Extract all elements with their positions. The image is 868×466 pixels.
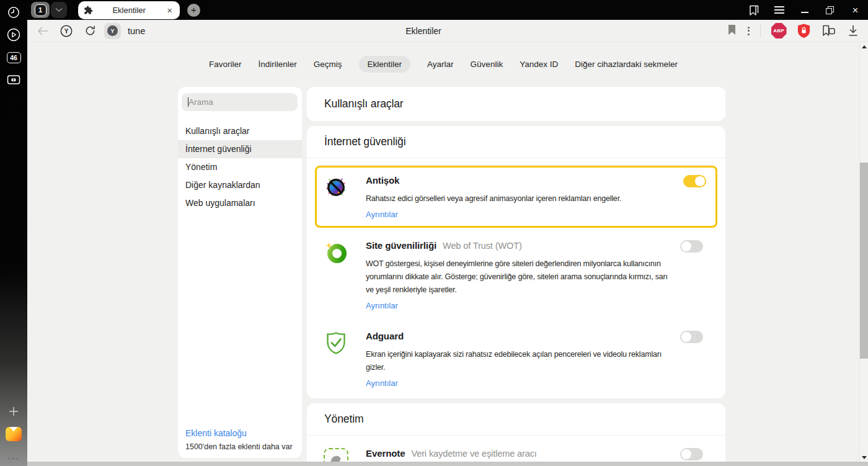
refresh-button[interactable] [78, 22, 102, 40]
extension-description: WOT göstergesi, kişisel deneyimlerine gö… [366, 258, 670, 297]
add-panel-icon[interactable] [0, 402, 27, 421]
tab-close-icon[interactable]: × [165, 4, 174, 16]
category-web-apps[interactable]: Web uygulamaları [178, 194, 302, 212]
puzzle-icon [84, 6, 93, 15]
extension-title: Adguard [366, 331, 404, 341]
left-rail: 46 ••• [0, 0, 27, 466]
category-internet-security[interactable]: İnternet güvenliği [178, 140, 302, 158]
tab-list-chevron-button[interactable] [51, 2, 67, 18]
collections-button[interactable] [816, 22, 841, 40]
category-menu: Kullanışlı araçlar İnternet güvenliği Yö… [178, 122, 302, 212]
bookmarks-icon [748, 4, 760, 16]
back-arrow-icon [37, 26, 49, 36]
text-caret [188, 97, 188, 107]
evernote-toggle[interactable] [680, 448, 703, 460]
adguard-toggle[interactable] [680, 331, 703, 343]
player-icon[interactable] [0, 25, 27, 44]
wot-icon [324, 240, 348, 265]
antishock-icon [324, 175, 348, 200]
abp-icon: ABP [771, 23, 787, 38]
nav-tab-favorites[interactable]: Favoriler [209, 56, 242, 73]
nav-tab-history[interactable]: Geçmiş [314, 56, 342, 73]
category-other-sources[interactable]: Diğer kaynaklardan [178, 176, 302, 194]
refresh-icon [84, 25, 96, 37]
restore-icon [826, 6, 834, 14]
antishock-details-link[interactable]: Ayrıntılar [366, 210, 398, 219]
history-icon[interactable] [0, 3, 27, 22]
tab-title: Eklentiler [93, 6, 165, 15]
back-button[interactable] [31, 22, 55, 40]
settings-nav: Favoriler İndirilenler Geçmiş Eklentiler… [27, 56, 859, 73]
nav-tab-security[interactable]: Güvenlik [471, 56, 503, 73]
adguard-details-link[interactable]: Ayrıntılar [366, 379, 398, 388]
nav-tab-yandex-id[interactable]: Yandex ID [520, 56, 558, 73]
browser-window: 46 ••• 1 Eklentiler × + [0, 0, 868, 466]
tab-counter-button[interactable]: 1 [31, 2, 50, 18]
new-tab-button[interactable]: + [187, 4, 200, 17]
section-cards: Kullanışlı araçlar İnternet güvenliği [307, 87, 725, 466]
active-tab[interactable]: Eklentiler × [78, 1, 180, 19]
extension-title: Evernote [366, 448, 405, 459]
extension-row-antishock: Antişok Rahatsız edici görselleri veya a… [315, 166, 717, 228]
scrollbar-down-arrow[interactable] [862, 456, 867, 459]
category-useful-tools[interactable]: Kullanışlı araçlar [178, 122, 302, 140]
download-icon [848, 25, 859, 37]
category-panel: Kullanışlı araçlar İnternet güvenliği Yö… [178, 87, 302, 458]
nav-tab-settings[interactable]: Ayarlar [427, 56, 454, 73]
wot-details-link[interactable]: Ayrıntılar [366, 301, 398, 310]
site-favicon-badge: Y [104, 23, 121, 39]
extension-catalog-note: 1500'den fazla eklenti daha var [185, 442, 293, 451]
minimize-icon [801, 12, 808, 13]
tab-counter: 1 [35, 4, 46, 16]
restore-button[interactable] [817, 0, 843, 20]
hamburger-icon [774, 6, 784, 14]
tab-group: 1 [31, 2, 67, 18]
address-page-title: Eklentiler [405, 26, 441, 36]
toggle-knob [695, 176, 705, 186]
tab-strip: 1 Eklentiler × + × [27, 0, 868, 20]
adblock-plus-button[interactable]: ABP [766, 22, 791, 40]
extensions-page: Favoriler İndirilenler Geçmiş Eklentiler… [27, 42, 859, 466]
extension-description: Ekran içeriğini kaplayarak sizi rahatsız… [366, 348, 670, 374]
screenshot-icon[interactable] [0, 71, 27, 89]
antishock-toggle[interactable] [683, 175, 706, 187]
nav-tab-other-devices[interactable]: Diğer cihazlardaki sekmeler [575, 56, 678, 73]
close-window-button[interactable]: × [843, 0, 868, 20]
section-internet-security: İnternet güvenliği [307, 126, 725, 398]
downloads-button[interactable] [841, 22, 866, 40]
yandex-mail-icon[interactable] [0, 424, 27, 443]
extension-row-adguard: Adguard Ekran içeriğini kaplayarak sizi … [307, 318, 725, 398]
scrollbar-thumb[interactable] [860, 163, 868, 359]
nav-tab-extensions[interactable]: Eklentiler [359, 56, 411, 73]
address-more-button[interactable] [743, 24, 755, 38]
extension-title: Site güvenilirliği [366, 240, 436, 251]
page-scrollbar [859, 42, 868, 466]
toggle-knob [681, 449, 691, 459]
menu-button[interactable] [766, 0, 792, 20]
nav-tab-downloads[interactable]: İndirilenler [259, 56, 297, 73]
bookmarks-panel-button[interactable] [741, 0, 766, 20]
chevron-down-icon [55, 7, 63, 12]
yandex-home-icon: Y [60, 24, 73, 38]
search-input[interactable] [182, 93, 298, 111]
address-bar: Y Y tune Eklentiler ABP [27, 20, 868, 42]
tab-count-badge[interactable]: 46 [0, 48, 27, 67]
minimize-button[interactable] [792, 0, 817, 20]
bookmark-flag-button[interactable] [727, 24, 737, 38]
extension-title: Antişok [366, 175, 399, 186]
bottom-window-edge [27, 462, 868, 466]
rail-more-icon[interactable]: ••• [0, 449, 27, 466]
toggle-knob [681, 241, 691, 251]
section-title: İnternet güvenliği [324, 135, 405, 148]
scrollbar-up-arrow[interactable] [862, 45, 867, 48]
search-wrap [182, 93, 298, 111]
wot-toggle[interactable] [680, 240, 703, 253]
address-field[interactable]: Y tune Eklentiler [104, 22, 743, 40]
home-button[interactable]: Y [55, 22, 78, 40]
section-title: Kullanışlı araçlar [324, 97, 404, 110]
protect-button[interactable] [791, 22, 816, 40]
bookmark-flag-icon [727, 24, 737, 35]
category-management[interactable]: Yönetim [178, 158, 302, 176]
protect-shield-icon [797, 23, 811, 38]
extension-catalog-link[interactable]: Eklenti kataloğu [185, 428, 293, 438]
